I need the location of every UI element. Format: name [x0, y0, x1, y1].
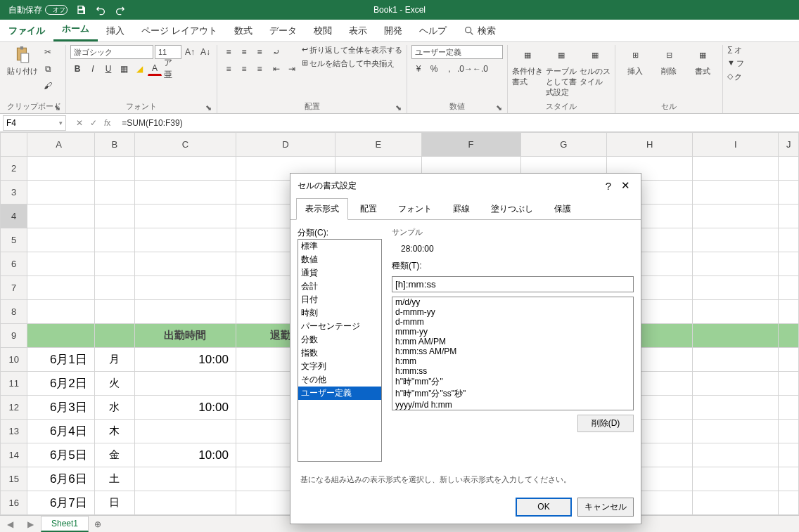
align-center-icon[interactable]: ≡ [237, 62, 251, 76]
cell[interactable]: 6月4日 [27, 420, 94, 443]
italic-button[interactable]: I [86, 62, 100, 76]
cell[interactable]: 金 [94, 443, 134, 467]
help-icon[interactable]: ? [600, 180, 617, 192]
cell[interactable] [693, 228, 779, 252]
merge-center-button[interactable]: ⊞セルを結合して中央揃え [302, 58, 402, 69]
cell[interactable] [779, 443, 799, 467]
cell[interactable] [27, 181, 94, 205]
cell[interactable]: 日 [94, 491, 134, 515]
cut-icon[interactable]: ✂ [41, 45, 55, 59]
row-header[interactable]: 16 [1, 491, 27, 515]
cell[interactable] [693, 324, 779, 348]
paste-button[interactable]: 貼り付け [7, 45, 38, 77]
cell[interactable] [693, 276, 779, 300]
format-type-item[interactable]: h"時"mm"分" [392, 376, 633, 388]
cell[interactable]: 6月2日 [27, 372, 94, 396]
category-item[interactable]: パーセンテージ [298, 320, 381, 333]
tab-insert[interactable]: 挿入 [98, 20, 133, 41]
font-color-button[interactable]: A [148, 62, 162, 76]
comma-format-icon[interactable]: , [442, 62, 456, 76]
decrease-indent-icon[interactable]: ⇤ [269, 62, 283, 76]
cell[interactable] [779, 324, 799, 348]
cell[interactable] [27, 300, 94, 324]
column-header[interactable]: J [779, 133, 799, 157]
row-header[interactable]: 15 [1, 467, 27, 491]
font-name-combo[interactable]: 游ゴシック [70, 45, 153, 59]
dialog-launcher-icon[interactable]: ⬊ [204, 103, 212, 112]
tab-scroll-right-icon[interactable]: ▶ [20, 519, 41, 529]
dialog-tab[interactable]: 罫線 [444, 198, 479, 220]
format-type-item[interactable]: h"時"mm"分"ss"秒" [392, 388, 633, 400]
category-item[interactable]: 標準 [298, 240, 381, 253]
dialog-tab[interactable]: フォント [389, 198, 441, 220]
align-middle-icon[interactable]: ≡ [237, 45, 251, 59]
column-header[interactable]: H [607, 133, 693, 157]
dialog-launcher-icon[interactable]: ⬊ [53, 103, 61, 112]
row-header[interactable]: 2 [1, 157, 27, 181]
cell[interactable] [693, 372, 779, 396]
cell[interactable] [693, 420, 779, 443]
cell[interactable] [779, 396, 799, 420]
column-header[interactable]: C [135, 133, 236, 157]
cell[interactable] [94, 205, 134, 228]
cell-styles-button[interactable]: ▦セルのスタイル [580, 45, 611, 87]
autosave-toggle[interactable]: 自動保存 オフ [8, 4, 68, 16]
row-header[interactable]: 11 [1, 372, 27, 396]
select-all-cell[interactable] [1, 133, 27, 157]
format-type-item[interactable]: yyyy/m/d h:mm [392, 400, 633, 410]
tab-developer[interactable]: 開発 [376, 20, 411, 41]
row-header[interactable]: 6 [1, 252, 27, 276]
cell[interactable] [94, 157, 134, 181]
cell[interactable] [94, 324, 134, 348]
cell[interactable] [779, 252, 799, 276]
category-item[interactable]: 時刻 [298, 306, 381, 320]
accounting-format-icon[interactable]: ¥ [411, 62, 426, 76]
fill-color-button[interactable]: ◢ [132, 62, 146, 76]
format-cells-button[interactable]: ▦書式 [687, 45, 718, 77]
category-item[interactable]: 分数 [298, 333, 381, 346]
search-box[interactable]: 検索 [455, 20, 504, 41]
cell[interactable]: 出勤時間 [135, 324, 236, 348]
cell[interactable] [779, 372, 799, 396]
row-header[interactable]: 9 [1, 324, 27, 348]
format-type-item[interactable]: h:mm AM/PM [392, 337, 633, 346]
cell[interactable] [27, 252, 94, 276]
cell[interactable] [779, 276, 799, 300]
align-left-icon[interactable]: ≡ [222, 62, 236, 76]
cancel-button[interactable]: キャンセル [577, 498, 634, 517]
cell[interactable] [779, 300, 799, 324]
cell[interactable] [693, 181, 779, 205]
align-top-icon[interactable]: ≡ [222, 45, 236, 59]
column-header[interactable]: A [27, 133, 94, 157]
format-painter-icon[interactable]: 🖌 [41, 79, 55, 93]
format-as-table-button[interactable]: ▦テーブルとして書式設定 [546, 45, 577, 98]
underline-button[interactable]: U [101, 62, 115, 76]
cell[interactable] [693, 396, 779, 420]
format-type-item[interactable]: h:mm:ss AM/PM [392, 346, 633, 356]
cell[interactable] [135, 276, 236, 300]
row-header[interactable]: 3 [1, 181, 27, 205]
fx-icon[interactable]: fx [104, 118, 110, 128]
row-header[interactable]: 13 [1, 420, 27, 443]
cell[interactable]: 10:00 [135, 443, 236, 467]
category-item[interactable]: 通貨 [298, 266, 381, 280]
align-right-icon[interactable]: ≡ [253, 62, 267, 76]
category-item[interactable]: 数値 [298, 253, 381, 266]
type-input[interactable] [392, 276, 634, 292]
category-item[interactable]: 会計 [298, 280, 381, 293]
clear-button[interactable]: ◇ ク [727, 72, 742, 82]
autosum-button[interactable]: ∑ オ [727, 45, 742, 56]
align-bottom-icon[interactable]: ≡ [253, 45, 267, 59]
tab-file[interactable]: ファイル [0, 20, 53, 41]
row-header[interactable]: 7 [1, 276, 27, 300]
decrease-font-icon[interactable]: A↓ [198, 45, 212, 59]
cell[interactable]: 10:00 [135, 348, 236, 372]
cell[interactable] [94, 300, 134, 324]
increase-font-icon[interactable]: A↑ [183, 45, 197, 59]
row-header[interactable]: 8 [1, 300, 27, 324]
cell[interactable] [27, 276, 94, 300]
tab-data[interactable]: データ [261, 20, 305, 41]
dialog-tab[interactable]: 配置 [351, 198, 386, 220]
cell[interactable] [135, 420, 236, 443]
cell[interactable]: 6月3日 [27, 396, 94, 420]
